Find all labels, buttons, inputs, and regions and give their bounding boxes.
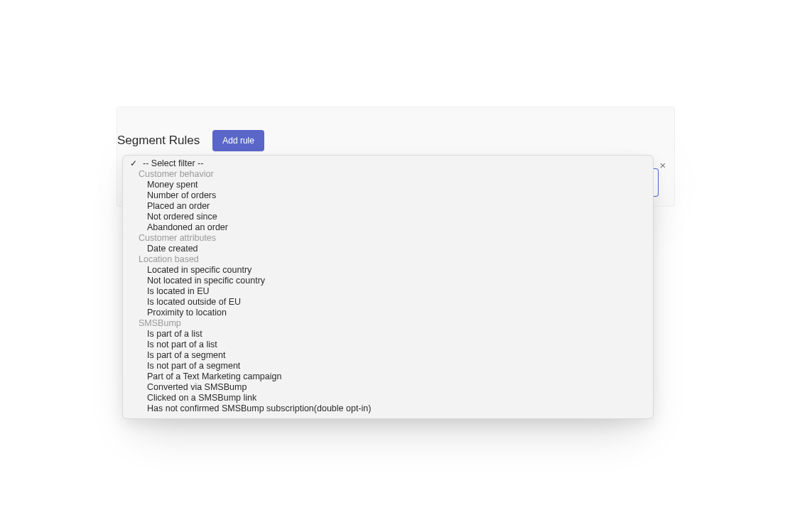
filter-dropdown[interactable]: ✓-- Select filter --Customer behaviorMon… bbox=[122, 155, 654, 419]
check-icon: ✓ bbox=[130, 158, 137, 169]
filter-option[interactable]: Has not confirmed SMSBump subscription(d… bbox=[123, 403, 653, 414]
segment-header: Segment Rules Add rule bbox=[117, 130, 264, 151]
filter-group-label: Customer attributes bbox=[123, 233, 653, 244]
filter-option-selected[interactable]: ✓-- Select filter -- bbox=[123, 158, 653, 169]
filter-option[interactable]: Is not part of a list bbox=[123, 340, 653, 350]
segment-title: Segment Rules bbox=[117, 134, 200, 148]
filter-option[interactable]: Money spent bbox=[123, 180, 653, 190]
filter-option[interactable]: Converted via SMSBump bbox=[123, 382, 653, 393]
filter-option[interactable]: Clicked on a SMSBump link bbox=[123, 393, 653, 403]
filter-option[interactable]: Is located outside of EU bbox=[123, 297, 653, 308]
filter-group-label: Customer behavior bbox=[123, 169, 653, 180]
filter-group-label: Location based bbox=[123, 254, 653, 265]
filter-option[interactable]: Not ordered since bbox=[123, 212, 653, 222]
filter-option[interactable]: Is part of a segment bbox=[123, 350, 653, 361]
filter-option[interactable]: Is part of a list bbox=[123, 329, 653, 340]
filter-option[interactable]: Abandoned an order bbox=[123, 222, 653, 233]
filter-option[interactable]: Placed an order bbox=[123, 201, 653, 212]
add-rule-button[interactable]: Add rule bbox=[212, 130, 264, 151]
filter-option[interactable]: Is located in EU bbox=[123, 286, 653, 297]
filter-option[interactable]: Proximity to location bbox=[123, 308, 653, 318]
filter-option[interactable]: Number of orders bbox=[123, 190, 653, 201]
filter-option[interactable]: Part of a Text Marketing campaign bbox=[123, 371, 653, 382]
close-icon[interactable]: × bbox=[657, 160, 669, 171]
filter-group-label: SMSBump bbox=[123, 318, 653, 329]
filter-option[interactable]: Not located in specific country bbox=[123, 276, 653, 286]
filter-option[interactable]: Located in specific country bbox=[123, 265, 653, 276]
filter-option[interactable]: Is not part of a segment bbox=[123, 361, 653, 371]
filter-option-label: -- Select filter -- bbox=[143, 158, 203, 168]
filter-option[interactable]: Date created bbox=[123, 244, 653, 254]
